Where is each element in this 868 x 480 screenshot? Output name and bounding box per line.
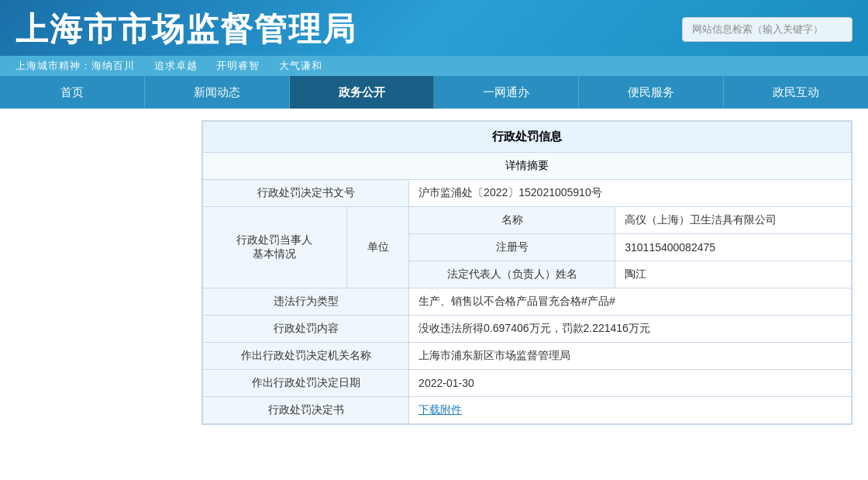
site-title: 上海市市场监督管理局 xyxy=(16,8,356,51)
table-subtitle-row: 详情摘要 xyxy=(203,153,852,180)
search-placeholder: 网站信息检索（输入关键字） xyxy=(692,22,823,36)
party-outer-label: 行政处罚当事人 基本情况 xyxy=(203,207,347,288)
subtitle-3: 开明睿智 xyxy=(216,60,260,71)
nav-interaction[interactable]: 政民互动 xyxy=(724,76,868,109)
violation-type-label: 违法行为类型 xyxy=(203,288,409,316)
header-subtitle: 上海城市精神：海纳百川 追求卓越 开明睿智 大气谦和 xyxy=(0,56,868,76)
nav-home[interactable]: 首页 xyxy=(0,76,145,109)
table-main-title: 行政处罚信息 xyxy=(203,122,852,153)
party-legal-value: 陶江 xyxy=(615,261,852,288)
authority-value: 上海市浦东新区市场监督管理局 xyxy=(409,343,852,370)
download-link[interactable]: 下载附件 xyxy=(418,403,462,416)
nav-gov[interactable]: 政务公开 xyxy=(290,76,435,109)
party-legal-label: 法定代表人（负责人）姓名 xyxy=(409,261,615,288)
subtitle-1: 上海城市精神：海纳百川 xyxy=(16,60,135,71)
nav-news[interactable]: 新闻动态 xyxy=(145,76,290,109)
penalty-table: 行政处罚信息 详情摘要 行政处罚决定书文号 沪市监浦处〔2022〕1520210… xyxy=(202,121,852,424)
header: 上海市市场监督管理局 网站信息检索（输入关键字） xyxy=(0,0,868,56)
date-label: 作出行政处罚决定日期 xyxy=(203,370,409,397)
doc-number-value: 沪市监浦处〔2022〕152021005910号 xyxy=(409,180,852,207)
nav-service[interactable]: 一网通办 xyxy=(434,76,579,109)
table-subtitle: 详情摘要 xyxy=(203,153,852,180)
table-row: 作出行政处罚决定机关名称 上海市浦东新区市场监督管理局 xyxy=(203,343,852,370)
date-value: 2022-01-30 xyxy=(409,370,852,397)
punishment-content-value: 没收违法所得0.697406万元，罚款2.221416万元 xyxy=(409,316,852,343)
authority-label: 作出行政处罚决定机关名称 xyxy=(203,343,409,370)
table-row: 行政处罚决定书 下载附件 xyxy=(203,397,852,424)
party-name-value: 高仪（上海）卫生洁具有限公司 xyxy=(615,207,852,234)
main-content: 行政处罚信息 详情摘要 行政处罚决定书文号 沪市监浦处〔2022〕1520210… xyxy=(0,109,868,440)
nav-convenience[interactable]: 便民服务 xyxy=(579,76,724,109)
doc-number-label: 行政处罚决定书文号 xyxy=(203,180,409,207)
table-row: 违法行为类型 生产、销售以不合格产品冒充合格#产品# xyxy=(203,288,852,316)
table-title-row: 行政处罚信息 xyxy=(203,122,852,153)
table-row: 作出行政处罚决定日期 2022-01-30 xyxy=(203,370,852,397)
party-reg-label: 注册号 xyxy=(409,234,615,261)
table-row: 行政处罚决定书文号 沪市监浦处〔2022〕152021005910号 xyxy=(203,180,852,207)
subtitle-4: 大气谦和 xyxy=(279,60,322,71)
party-name-label: 名称 xyxy=(409,207,615,234)
nav-bar: 首页 新闻动态 政务公开 一网通办 便民服务 政民互动 xyxy=(0,76,868,109)
violation-type-value: 生产、销售以不合格产品冒充合格#产品# xyxy=(409,288,852,316)
party-info-row: 行政处罚当事人 基本情况 单位 名称 高仪（上海）卫生洁具有限公司 xyxy=(203,207,852,234)
subtitle-2: 追求卓越 xyxy=(154,60,198,71)
party-unit-label: 单位 xyxy=(346,207,408,288)
penalty-table-wrap: 行政处罚信息 详情摘要 行政处罚决定书文号 沪市监浦处〔2022〕1520210… xyxy=(202,120,852,425)
table-row: 行政处罚内容 没收违法所得0.697406万元，罚款2.221416万元 xyxy=(203,316,852,343)
search-box[interactable]: 网站信息检索（输入关键字） xyxy=(682,17,852,42)
party-reg-value: 310115400082475 xyxy=(615,234,852,261)
punishment-content-label: 行政处罚内容 xyxy=(203,316,409,343)
attachment-value: 下载附件 xyxy=(409,397,852,424)
attachment-label: 行政处罚决定书 xyxy=(203,397,409,424)
